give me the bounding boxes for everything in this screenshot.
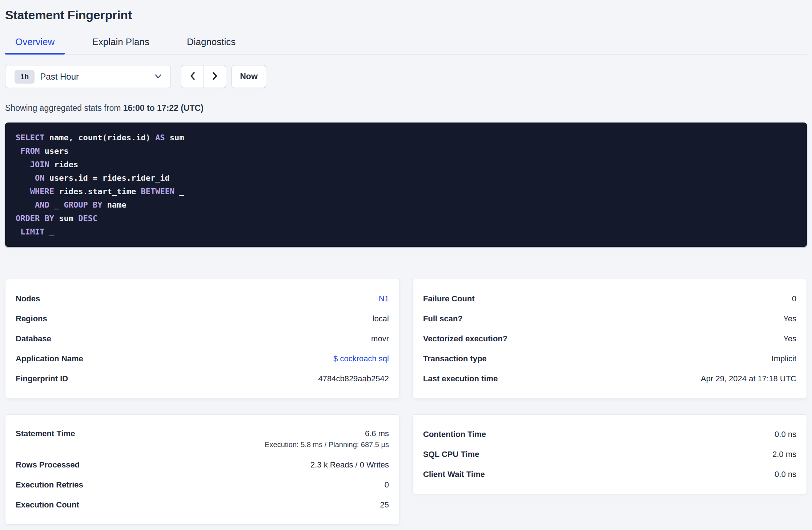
row-label: Fingerprint ID [16, 374, 68, 384]
row-value-stack: 0.0 ns [775, 470, 796, 479]
row-value: Apr 29, 2024 at 17:18 UTC [701, 374, 796, 383]
card-row: Contention Time0.0 ns [423, 424, 796, 444]
card-row: Transaction typeImplicit [423, 349, 796, 369]
row-label: Nodes [16, 294, 40, 304]
row-value: 0 [385, 480, 389, 489]
sql-keyword: AS [155, 133, 165, 142]
row-value-stack: 2.0 ms [772, 450, 796, 459]
card-row: Vectorized execution?Yes [423, 329, 796, 349]
sql-keyword: ORDER BY [16, 214, 54, 223]
card-row: Application Name$ cockroach sql [16, 349, 389, 369]
tabs: OverviewExplain PlansDiagnostics [5, 37, 807, 55]
sql-keyword: AND [35, 200, 49, 209]
row-value: Yes [783, 334, 796, 343]
card-row: Last execution timeApr 29, 2024 at 17:18… [423, 369, 796, 389]
sql-keyword: ON [35, 173, 45, 182]
row-value-stack: Yes [783, 314, 796, 324]
sql-text: _ [174, 187, 184, 196]
sql-text: sum [165, 133, 184, 142]
card-row: Fingerprint ID4784cb829aab2542 [16, 369, 389, 389]
sql-line: SELECT name, count(rides.id) AS sum [16, 131, 796, 144]
now-button[interactable]: Now [232, 65, 266, 88]
row-label: Full scan? [423, 314, 463, 324]
tab-diagnostics[interactable]: Diagnostics [177, 37, 246, 54]
time-range-dropdown[interactable]: 1h Past Hour [5, 65, 171, 88]
row-label: SQL CPU Time [423, 450, 479, 459]
card-row: Failure Count0 [423, 289, 796, 309]
sql-line: FROM users [16, 144, 796, 158]
sql-text: sum [54, 214, 78, 223]
cards-grid: NodesN1RegionslocalDatabasemovrApplicati… [5, 279, 807, 525]
row-value-stack: local [373, 314, 389, 324]
sql-keyword: BETWEEN [141, 187, 174, 196]
statement-details-card: NodesN1RegionslocalDatabasemovrApplicati… [5, 279, 399, 398]
card-row: SQL CPU Time2.0 ms [423, 444, 796, 464]
row-label: Statement Time [16, 429, 75, 438]
sql-text: _ [44, 227, 54, 236]
sql-text [16, 160, 30, 169]
row-value: 4784cb829aab2542 [318, 374, 389, 383]
card-row: Full scan?Yes [423, 309, 796, 329]
row-label: Vectorized execution? [423, 334, 507, 344]
row-value: 2.0 ms [772, 450, 796, 459]
row-value-stack: 4784cb829aab2542 [318, 374, 389, 384]
card-row: Regionslocal [16, 309, 389, 329]
sql-text [16, 227, 20, 236]
sql-keyword: SELECT [16, 133, 44, 142]
row-value-stack: Apr 29, 2024 at 17:18 UTC [701, 374, 796, 384]
row-value: 6.6 ms [365, 429, 389, 438]
row-value-stack: 0.0 ns [775, 430, 796, 439]
row-value: movr [371, 334, 389, 343]
aggregated-stats-prefix: Showing aggregated stats from [5, 103, 123, 113]
statement-fingerprint-page: Statement Fingerprint OverviewExplain Pl… [0, 7, 812, 525]
sql-keyword: FROM [20, 146, 40, 156]
sql-line: ON users.id = rides.rider_id [16, 171, 796, 185]
row-label: Application Name [16, 354, 83, 364]
card-row: Statement Time6.6 msExecution: 5.8 ms / … [16, 424, 389, 455]
row-label: Database [16, 334, 51, 344]
sql-keyword: JOIN [30, 160, 49, 169]
row-value-link[interactable]: N1 [379, 294, 389, 303]
row-value-stack: movr [371, 334, 389, 344]
row-value-stack: 2.3 k Reads / 0 Writes [310, 460, 389, 470]
row-value-stack: 0 [792, 294, 796, 304]
row-subvalue: Execution: 5.8 ms / Planning: 687.5 µs [265, 441, 389, 449]
chevron-left-icon [189, 71, 197, 82]
sql-text [16, 200, 35, 209]
row-value: 0 [792, 294, 796, 303]
sql-text: name, count(rides.id) [44, 133, 155, 142]
row-value-stack: 6.6 msExecution: 5.8 ms / Planning: 687.… [265, 429, 389, 449]
row-label: Client Wait Time [423, 470, 485, 479]
card-row: Execution Count25 [16, 495, 389, 515]
tab-explain-plans[interactable]: Explain Plans [82, 37, 160, 54]
sql-text: users [40, 146, 68, 156]
row-value: 2.3 k Reads / 0 Writes [310, 460, 389, 469]
sql-statement-box: SELECT name, count(rides.id) AS sum FROM… [5, 123, 807, 247]
sql-keyword: DESC [78, 214, 97, 223]
previous-time-button[interactable] [181, 65, 204, 88]
card-row: Execution Retries0 [16, 475, 389, 495]
time-range-badge: 1h [15, 70, 35, 84]
row-value: 0.0 ns [775, 430, 796, 439]
row-label: Last execution time [423, 374, 498, 384]
tab-overview[interactable]: Overview [5, 37, 65, 54]
wait-time-card: Contention Time0.0 nsSQL CPU Time2.0 msC… [413, 414, 807, 494]
row-label: Execution Count [16, 500, 79, 510]
sql-text [16, 187, 30, 196]
time-step-buttons [181, 65, 226, 88]
row-value-link[interactable]: $ cockroach sql [333, 354, 389, 363]
row-value: local [373, 314, 389, 323]
card-row: NodesN1 [16, 289, 389, 309]
row-value: Yes [783, 314, 796, 323]
chevron-right-icon [211, 71, 219, 82]
row-value-stack: N1 [379, 294, 389, 304]
row-label: Contention Time [423, 430, 486, 439]
sql-line: AND _ GROUP BY name [16, 198, 796, 212]
row-value: Implicit [772, 354, 796, 363]
card-row: Databasemovr [16, 329, 389, 349]
row-value-stack: 25 [380, 500, 389, 510]
sql-line: ORDER BY sum DESC [16, 212, 796, 225]
next-time-button[interactable] [204, 65, 226, 88]
sql-text [16, 146, 20, 156]
sql-text: users.id = rides.rider_id [44, 173, 169, 182]
